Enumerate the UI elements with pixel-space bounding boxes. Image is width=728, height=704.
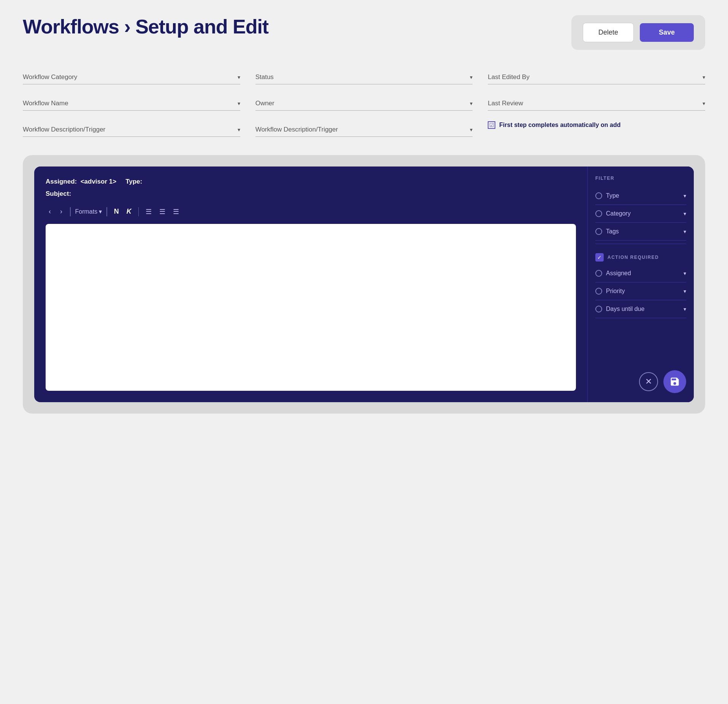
status-field[interactable]: Status ▾ bbox=[255, 69, 473, 84]
action-required-label: ACTION REQUIRED bbox=[607, 255, 659, 260]
filter-days-until-due-label: Days until due bbox=[606, 306, 680, 312]
filter-priority-label: Priority bbox=[606, 288, 680, 295]
owner-chevron: ▾ bbox=[470, 100, 473, 106]
subject-row: Subject: bbox=[46, 190, 576, 198]
workflow-desc-trigger-label-1: Workflow Description/Trigger bbox=[23, 126, 105, 133]
type-meta-key: Type: bbox=[125, 178, 142, 185]
filter-tags[interactable]: Tags ▾ bbox=[595, 223, 686, 241]
filter-type[interactable]: Type ▾ bbox=[595, 187, 686, 205]
filter-assigned-chevron: ▾ bbox=[684, 270, 686, 276]
last-review-field[interactable]: Last Review ▾ bbox=[488, 95, 705, 111]
assigned-meta: Assigned: <advisor 1> bbox=[46, 178, 116, 186]
page-title: Workflows › Setup and Edit bbox=[23, 15, 268, 38]
filter-category-chevron: ▾ bbox=[684, 211, 686, 217]
last-review-label: Last Review bbox=[488, 100, 523, 107]
owner-label: Owner bbox=[255, 100, 274, 107]
toolbar-divider-2 bbox=[106, 207, 107, 216]
filter-category[interactable]: Category ▾ bbox=[595, 205, 686, 223]
form-col-1: Workflow Category ▾ Workflow Name ▾ Work… bbox=[23, 69, 240, 147]
toolbar-align-right-button[interactable]: ☰ bbox=[171, 207, 181, 217]
filter-tags-radio[interactable] bbox=[595, 228, 602, 235]
save-circle-button[interactable] bbox=[663, 370, 686, 393]
filter-type-chevron: ▾ bbox=[684, 193, 686, 199]
workflow-category-chevron: ▾ bbox=[238, 74, 240, 80]
filter-priority-chevron: ▾ bbox=[684, 288, 686, 294]
filter-tags-chevron: ▾ bbox=[684, 228, 686, 235]
workflow-desc-trigger-label-2: Workflow Description/Trigger bbox=[255, 126, 338, 133]
filter-priority-radio[interactable] bbox=[595, 288, 602, 295]
filter-tags-label: Tags bbox=[606, 228, 680, 235]
toolbar-forward-button[interactable]: › bbox=[57, 206, 65, 217]
form-col-3: Last Edited By ▾ Last Review ▾ ☑ First s… bbox=[488, 69, 705, 147]
filter-days-until-due[interactable]: Days until due ▾ bbox=[595, 300, 686, 318]
filter-assigned-label: Assigned bbox=[606, 270, 680, 277]
last-edited-by-label: Last Edited By bbox=[488, 73, 530, 81]
type-meta: Type: bbox=[125, 178, 142, 186]
status-label: Status bbox=[255, 73, 274, 81]
filter-assigned-radio[interactable] bbox=[595, 270, 602, 277]
auto-complete-label: First step completes automatically on ad… bbox=[499, 122, 620, 128]
bottom-actions: ✕ bbox=[595, 363, 686, 393]
filter-priority[interactable]: Priority ▾ bbox=[595, 282, 686, 300]
auto-complete-checkbox-row[interactable]: ☑ First step completes automatically on … bbox=[488, 121, 705, 129]
filter-days-until-due-chevron: ▾ bbox=[684, 306, 686, 312]
toolbar-align-left-button[interactable]: ☰ bbox=[143, 207, 154, 217]
delete-button[interactable]: Delete bbox=[583, 23, 634, 42]
cancel-icon: ✕ bbox=[645, 377, 652, 387]
workflow-desc-trigger-chevron-1: ▾ bbox=[238, 127, 240, 133]
workflow-name-chevron: ▾ bbox=[238, 100, 240, 106]
toolbar-bold-button[interactable]: N bbox=[112, 207, 121, 216]
form-fields: Workflow Category ▾ Workflow Name ▾ Work… bbox=[23, 69, 705, 147]
filter-type-label: Type bbox=[606, 192, 680, 199]
cancel-circle-button[interactable]: ✕ bbox=[639, 372, 658, 391]
toolbar-italic-button[interactable]: K bbox=[124, 207, 134, 216]
filter-category-label: Category bbox=[606, 210, 680, 217]
workflow-category-label: Workflow Category bbox=[23, 73, 77, 81]
owner-field[interactable]: Owner ▾ bbox=[255, 95, 473, 111]
action-required-checkbox[interactable]: ✓ bbox=[595, 253, 604, 262]
toolbar-formats-button[interactable]: Formats ▾ bbox=[75, 208, 102, 215]
main-card: Assigned: <advisor 1> Type: Subject: ‹ › bbox=[34, 166, 694, 402]
auto-complete-checkbox-icon: ☑ bbox=[488, 121, 495, 129]
toolbar-formats-chevron: ▾ bbox=[99, 208, 102, 215]
form-col-2: Status ▾ Owner ▾ Workflow Description/Tr… bbox=[255, 69, 473, 147]
editor-toolbar: ‹ › Formats ▾ N K ☰ ☰ ☰ bbox=[46, 204, 576, 219]
main-card-wrapper: Assigned: <advisor 1> Type: Subject: ‹ › bbox=[23, 155, 705, 414]
filter-category-radio[interactable] bbox=[595, 210, 602, 217]
page-wrapper: Workflows › Setup and Edit Delete Save W… bbox=[0, 0, 728, 704]
filter-days-until-due-radio[interactable] bbox=[595, 306, 602, 312]
workflow-desc-trigger-field-2[interactable]: Workflow Description/Trigger ▾ bbox=[255, 121, 473, 137]
left-panel: Assigned: <advisor 1> Type: Subject: ‹ › bbox=[34, 166, 587, 402]
header-area: Workflows › Setup and Edit Delete Save bbox=[23, 15, 705, 50]
workflow-name-label: Workflow Name bbox=[23, 100, 68, 107]
save-disk-icon bbox=[669, 376, 680, 387]
separator-1 bbox=[595, 244, 686, 244]
toolbar-back-button[interactable]: ‹ bbox=[46, 206, 54, 217]
filter-assigned[interactable]: Assigned ▾ bbox=[595, 265, 686, 282]
assigned-meta-key: Assigned: bbox=[46, 178, 77, 185]
save-button[interactable]: Save bbox=[640, 23, 694, 42]
workflow-name-field[interactable]: Workflow Name ▾ bbox=[23, 95, 240, 111]
toolbar-divider-3 bbox=[138, 207, 139, 216]
toolbar-align-center-button[interactable]: ☰ bbox=[157, 207, 168, 217]
header-buttons: Delete Save bbox=[571, 15, 705, 50]
last-review-chevron: ▾ bbox=[703, 100, 705, 106]
last-edited-by-field[interactable]: Last Edited By ▾ bbox=[488, 69, 705, 84]
step-meta: Assigned: <advisor 1> Type: bbox=[46, 178, 576, 186]
last-edited-by-chevron: ▾ bbox=[703, 74, 705, 80]
editor-content-area[interactable] bbox=[46, 224, 576, 391]
assigned-meta-value: <advisor 1> bbox=[81, 178, 117, 185]
filter-heading: FILTER bbox=[595, 176, 686, 181]
toolbar-formats-label: Formats bbox=[75, 208, 98, 215]
workflow-desc-trigger-field-1[interactable]: Workflow Description/Trigger ▾ bbox=[23, 121, 240, 137]
subject-label: Subject: bbox=[46, 190, 71, 197]
workflow-desc-trigger-chevron-2: ▾ bbox=[470, 127, 473, 133]
status-chevron: ▾ bbox=[470, 74, 473, 80]
workflow-category-field[interactable]: Workflow Category ▾ bbox=[23, 69, 240, 84]
toolbar-divider-1 bbox=[70, 207, 71, 216]
action-required-row: ✓ ACTION REQUIRED bbox=[595, 247, 686, 265]
right-panel: FILTER Type ▾ Category ▾ Tags ▾ bbox=[587, 166, 694, 402]
filter-type-radio[interactable] bbox=[595, 192, 602, 199]
